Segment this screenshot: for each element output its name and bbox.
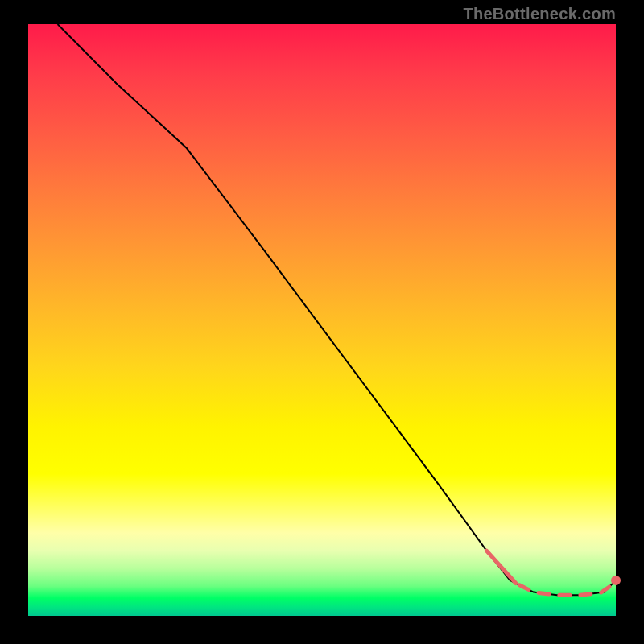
chart-container: TheBottleneck.com — [0, 0, 644, 644]
watermark-text: TheBottleneck.com — [463, 5, 616, 23]
plot-gradient-background — [28, 24, 616, 616]
